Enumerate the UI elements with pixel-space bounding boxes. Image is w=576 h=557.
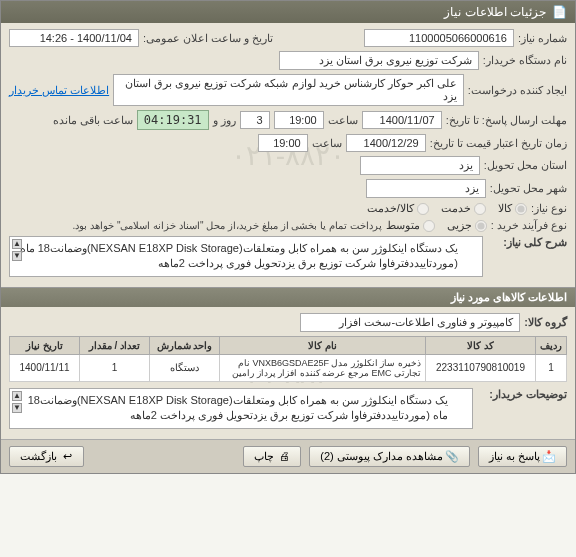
reply-icon: 📩 bbox=[544, 450, 556, 462]
need-number-field: 1100005066000616 bbox=[364, 29, 514, 47]
description-box: ▲ ▼ یک دستگاه اینکلوژر سن به همراه کابل … bbox=[9, 236, 483, 277]
th-unit: واحد شمارش bbox=[150, 336, 220, 354]
th-code: کد کالا bbox=[426, 336, 536, 354]
desc-label: شرح کلی نیاز: bbox=[487, 236, 567, 249]
buyer-field: شرکت توزیع نیروی برق استان یزد bbox=[279, 51, 479, 70]
radio-service[interactable]: خدمت bbox=[441, 202, 486, 215]
deadline-time-field: 19:00 bbox=[274, 111, 324, 129]
creator-label: ایجاد کننده درخواست: bbox=[468, 84, 567, 97]
need-type-radios: کالا خدمت کالا/خدمت bbox=[367, 202, 527, 215]
table-row[interactable]: 1 2233110790810019 ذخیره ساز انکلوژر مدل… bbox=[10, 354, 567, 381]
buyer-notes-box: ▲ ▼ یک دستگاه اینکلوژر سن به همراه کابل … bbox=[9, 388, 473, 429]
cell-code: 2233110790810019 bbox=[426, 354, 536, 381]
province-label: استان محل تحویل: bbox=[484, 159, 567, 172]
validity-time-label: ساعت bbox=[312, 137, 342, 150]
city-label: شهر محل تحویل: bbox=[490, 182, 567, 195]
scroll-up-icon-2[interactable]: ▲ bbox=[12, 391, 22, 401]
th-qty: تعداد / مقدار bbox=[80, 336, 150, 354]
province-field: یزد bbox=[360, 156, 480, 175]
creator-field: علی اکبر حوکار کارشناس خرید لوازم شبکه ش… bbox=[113, 74, 464, 106]
purchase-type-label: نوع فرآیند خرید : bbox=[491, 219, 567, 232]
validity-time-field: 19:00 bbox=[258, 134, 308, 152]
announce-label: تاریخ و ساعت اعلان عمومی: bbox=[143, 32, 273, 45]
radio-medium[interactable]: متوسط bbox=[386, 219, 435, 232]
contact-link[interactable]: اطلاعات تماس خریدار bbox=[9, 84, 109, 97]
group-label: گروه کالا: bbox=[524, 316, 567, 329]
description-text: یک دستگاه اینکلوژر سن به همراه کابل ومتع… bbox=[20, 242, 458, 269]
radio-goods[interactable]: کالا bbox=[498, 202, 527, 215]
countdown-timer: 04:19:31 bbox=[137, 110, 209, 130]
goods-section: ۰۲۱-۸۸۲۰ گروه کالا: کامپیوتر و فناوری اط… bbox=[1, 307, 575, 439]
need-number-label: شماره نیاز: bbox=[518, 32, 567, 45]
reply-button[interactable]: 📩 پاسخ به نیاز bbox=[478, 446, 567, 467]
radio-both[interactable]: کالا/خدمت bbox=[367, 202, 429, 215]
scroll-down-icon[interactable]: ▼ bbox=[12, 251, 22, 261]
scroll-up-icon[interactable]: ▲ bbox=[12, 239, 22, 249]
purchase-note: پرداخت تمام یا بخشی از مبلغ خرید،از محل … bbox=[73, 220, 382, 231]
titlebar-text: جزئیات اطلاعات نیاز bbox=[444, 5, 546, 19]
remaining-days-field: 3 bbox=[240, 111, 270, 129]
deadline-label: مهلت ارسال پاسخ: تا تاریخ: bbox=[446, 114, 567, 127]
buyer-notes-text: یک دستگاه اینکلوژر سن به همراه کابل ومتع… bbox=[28, 394, 448, 421]
titlebar-icon: 📄 bbox=[552, 5, 567, 19]
th-name: نام کالا bbox=[220, 336, 426, 354]
footer-bar: 📩 پاسخ به نیاز 📎 مشاهده مدارک پیوستی (2)… bbox=[1, 439, 575, 473]
table-header-row: ردیف کد کالا نام کالا واحد شمارش تعداد /… bbox=[10, 336, 567, 354]
group-field: کامپیوتر و فناوری اطلاعات-سخت افزار bbox=[300, 313, 520, 332]
validity-date-field: 1400/12/29 bbox=[346, 134, 426, 152]
cell-unit: دستگاه bbox=[150, 354, 220, 381]
validity-label: زمان تاریخ اعتبار قیمت تا تاریخ: bbox=[430, 137, 567, 150]
cell-name: ذخیره ساز انکلوژر مدل VNXB6GSDAE25F نام … bbox=[220, 354, 426, 381]
print-button[interactable]: 🖨 چاپ bbox=[243, 446, 301, 467]
goods-table: ردیف کد کالا نام کالا واحد شمارش تعداد /… bbox=[9, 336, 567, 382]
purchase-type-radios: جزیی متوسط bbox=[386, 219, 487, 232]
buyer-label: نام دستگاه خریدار: bbox=[483, 54, 567, 67]
goods-section-header: اطلاعات کالاهای مورد نیاز bbox=[1, 287, 575, 307]
deadline-date-field: 1400/11/07 bbox=[362, 111, 442, 129]
need-info-section: ۰۲۱-۸۸۲۰ شماره نیاز: 1100005066000616 تا… bbox=[1, 23, 575, 287]
back-icon: ↩ bbox=[61, 450, 73, 462]
cell-date: 1400/11/11 bbox=[10, 354, 80, 381]
radio-small[interactable]: جزیی bbox=[447, 219, 487, 232]
cell-qty: 1 bbox=[80, 354, 150, 381]
need-type-label: نوع نیاز: bbox=[531, 202, 567, 215]
th-row: ردیف bbox=[536, 336, 567, 354]
announce-field: 1400/11/04 - 14:26 bbox=[9, 29, 139, 47]
attachment-icon: 📎 bbox=[447, 450, 459, 462]
scroll-down-icon-2[interactable]: ▼ bbox=[12, 403, 22, 413]
attachments-button[interactable]: 📎 مشاهده مدارک پیوستی (2) bbox=[309, 446, 470, 467]
remaining-suffix: ساعت باقی مانده bbox=[53, 114, 133, 127]
cell-row: 1 bbox=[536, 354, 567, 381]
titlebar: 📄 جزئیات اطلاعات نیاز bbox=[1, 1, 575, 23]
deadline-time-label: ساعت bbox=[328, 114, 358, 127]
buyer-notes-label: توضیحات خریدار: bbox=[477, 388, 567, 401]
city-field: یزد bbox=[366, 179, 486, 198]
th-date: تاریخ نیاز bbox=[10, 336, 80, 354]
days-and-label: روز و bbox=[213, 114, 236, 127]
print-icon: 🖨 bbox=[278, 450, 290, 462]
back-button[interactable]: ↩ بازگشت bbox=[9, 446, 84, 467]
main-window: 📄 جزئیات اطلاعات نیاز ۰۲۱-۸۸۲۰ شماره نیا… bbox=[0, 0, 576, 474]
